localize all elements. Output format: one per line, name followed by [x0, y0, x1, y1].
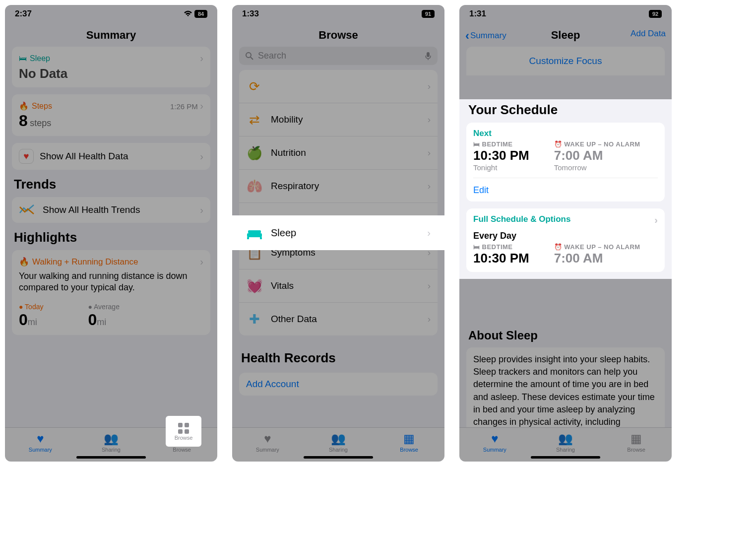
show-all-health-data[interactable]: ♥ Show All Health Data ›	[12, 143, 210, 170]
full-schedule-label: Full Schedule & Options	[473, 214, 570, 226]
svg-point-4	[246, 53, 251, 58]
other-icon: ✚	[246, 311, 263, 328]
screen-sleep-detail: 1:31 92 ‹ Summary Sleep Add Data Customi…	[459, 5, 672, 462]
trends-title: Trends	[14, 177, 208, 192]
steps-card[interactable]: 🔥 Steps 1:26 PM › 8 steps	[12, 94, 210, 136]
chevron-right-icon: ›	[427, 227, 431, 239]
category-vitals[interactable]: 💓 Vitals ›	[239, 269, 438, 303]
bed-icon: 🛏	[19, 54, 27, 63]
bedtime-label: 🛏BEDTIME	[473, 243, 529, 251]
page-title: Browse	[232, 20, 444, 47]
heart-icon: ♥	[19, 149, 34, 164]
svg-rect-3	[185, 429, 189, 434]
schedule-highlight: Your Schedule Next 🛏BEDTIME 10:30 PM Ton…	[459, 99, 672, 279]
category-nutrition[interactable]: 🍏 Nutrition ›	[239, 136, 438, 170]
full-schedule-card[interactable]: Full Schedule & Options › Every Day 🛏BED…	[466, 208, 665, 272]
mic-icon[interactable]	[425, 52, 432, 61]
bedtime-value: 10:30 PM	[473, 148, 529, 163]
tab-summary[interactable]: ♥ Summary	[248, 432, 287, 453]
trends-row-label: Show All Health Trends	[43, 204, 140, 215]
bed-icon: 🛏	[473, 140, 480, 148]
edit-button[interactable]: Edit	[473, 178, 658, 196]
show-all-trends[interactable]: Show All Health Trends ›	[12, 197, 210, 223]
chevron-right-icon: ›	[200, 151, 203, 162]
tab-sharing[interactable]: 👥 Sharing	[318, 432, 358, 453]
about-sleep-text: Sleep provides insight into your sleep h…	[473, 353, 658, 427]
battery-icon: 91	[422, 10, 435, 18]
sleep-card[interactable]: 🛏 Sleep › No Data	[12, 47, 210, 87]
tab-summary[interactable]: ♥ Summary	[475, 432, 514, 453]
heart-icon: ♥	[20, 432, 60, 446]
browse-tab-highlight[interactable]: Browse	[166, 416, 201, 447]
steps-label: 🔥 Steps	[19, 101, 52, 111]
your-schedule-title: Your Schedule	[468, 102, 663, 118]
grid-icon: ▦	[389, 432, 429, 446]
bedtime-day: Tonight	[473, 163, 529, 172]
home-indicator	[531, 456, 600, 459]
next-label: Next	[473, 129, 658, 138]
category-other[interactable]: ✚ Other Data ›	[239, 303, 438, 335]
people-icon: 👥	[546, 432, 585, 446]
today-label: ● Today	[19, 303, 43, 311]
search-input[interactable]: Search	[239, 47, 438, 65]
add-data-button[interactable]: Add Data	[630, 29, 666, 39]
alarm-icon: ⏰	[554, 243, 563, 251]
wakeup-value: 7:00 AM	[554, 148, 640, 163]
bedtime-label: 🛏BEDTIME	[473, 140, 529, 148]
bedtime-value: 10:30 PM	[473, 251, 529, 266]
screen-summary: 2:37 84 Summary 🛏 Sleep › No Data 🔥	[5, 5, 217, 462]
chevron-right-icon: ›	[428, 114, 431, 125]
highlight-title: 🔥 Walking + Running Distance	[19, 257, 138, 267]
chevron-right-icon: ›	[428, 81, 431, 92]
steps-value: 8 steps	[19, 112, 203, 130]
tab-sharing[interactable]: 👥 Sharing	[546, 432, 585, 453]
category-mobility[interactable]: ⇄ Mobility ›	[239, 103, 438, 136]
chevron-right-icon: ›	[200, 53, 203, 64]
chevron-right-icon: ›	[654, 214, 658, 226]
svg-rect-1	[185, 423, 189, 427]
highlights-title: Highlights	[14, 230, 208, 245]
tab-summary[interactable]: ♥ Summary	[20, 432, 60, 453]
home-indicator	[76, 456, 146, 459]
category-respiratory[interactable]: 🫁 Respiratory ›	[239, 170, 438, 203]
status-bar: 1:31 92	[459, 5, 672, 20]
add-account[interactable]: Add Account	[239, 373, 438, 396]
next-schedule-card: Next 🛏BEDTIME 10:30 PM Tonight ⏰WAKE UP …	[466, 123, 665, 201]
bed-icon	[246, 224, 263, 241]
battery-icon: 92	[649, 10, 662, 18]
category-partial[interactable]: ⟳ x ›	[239, 70, 438, 103]
wakeup-label: ⏰WAKE UP – NO ALARM	[554, 140, 640, 148]
customize-focus-button[interactable]: Customize Focus	[466, 47, 665, 75]
chevron-right-icon: ›	[428, 280, 431, 291]
respiratory-icon: 🫁	[246, 178, 263, 195]
tab-browse[interactable]: ▦ Browse	[389, 432, 429, 453]
search-icon	[245, 52, 254, 61]
highlight-card[interactable]: 🔥 Walking + Running Distance › Your walk…	[12, 250, 210, 335]
svg-rect-0	[178, 423, 183, 427]
every-day-label: Every Day	[473, 231, 658, 241]
sleep-no-data: No Data	[19, 66, 203, 81]
nutrition-icon: 🍏	[246, 144, 263, 161]
avg-value: 0	[88, 311, 97, 329]
tab-sharing[interactable]: 👥 Sharing	[91, 432, 131, 453]
battery-icon: 84	[194, 10, 207, 18]
sleep-label: 🛏 Sleep	[19, 54, 50, 63]
back-button[interactable]: ‹ Summary	[465, 29, 506, 43]
svg-rect-2	[178, 429, 183, 434]
status-time: 1:33	[242, 9, 259, 19]
sleep-label: Sleep	[271, 227, 296, 239]
steps-time-chevron: 1:26 PM ›	[170, 100, 203, 112]
nav-header: ‹ Summary Sleep Add Data	[459, 20, 672, 47]
status-time: 2:37	[15, 9, 32, 19]
heart-icon: ♥	[475, 432, 514, 446]
chevron-right-icon: ›	[428, 314, 431, 325]
show-all-label: Show All Health Data	[40, 151, 128, 162]
flame-icon: 🔥	[19, 101, 29, 111]
average-label: ● Average	[88, 303, 119, 311]
chevron-right-icon: ›	[200, 100, 203, 111]
status-time: 1:31	[469, 9, 486, 19]
wifi-icon	[184, 10, 192, 17]
svg-rect-6	[427, 52, 430, 57]
tab-browse[interactable]: ▦ Browse	[617, 432, 656, 453]
sleep-row-highlight[interactable]: Sleep ›	[232, 215, 444, 250]
